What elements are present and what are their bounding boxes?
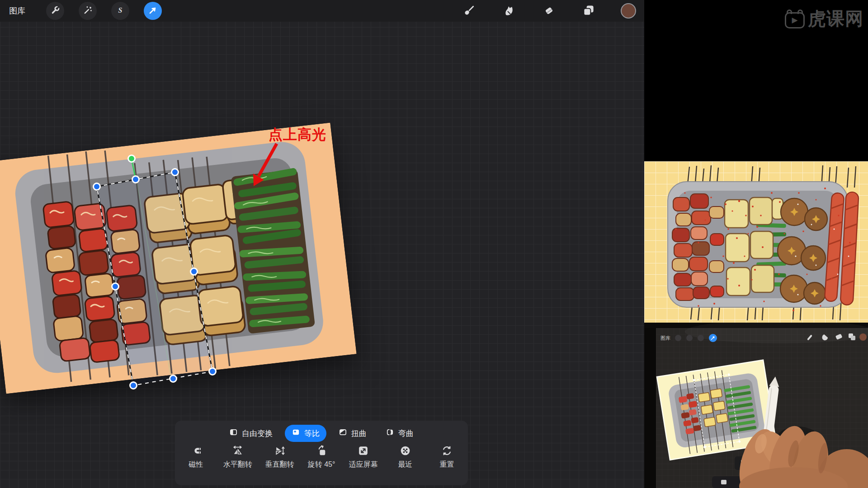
top-toolbar: 图库 xyxy=(0,0,644,22)
play-glyph: ▶ xyxy=(792,15,797,25)
current-color-swatch xyxy=(621,3,636,19)
button-label: 水平翻转 xyxy=(223,460,252,469)
svg-text:S: S xyxy=(118,6,123,14)
brush-icon xyxy=(462,4,476,19)
tab-distort[interactable]: 扭曲 xyxy=(332,425,373,442)
screen: 点上高光 图库 xyxy=(0,0,868,488)
smudge-button[interactable] xyxy=(500,2,518,19)
wrench-icon xyxy=(50,5,61,17)
selection-s-icon: S xyxy=(115,5,126,17)
layers-button[interactable] xyxy=(580,2,597,19)
gallery-button[interactable]: 图库 xyxy=(9,5,25,16)
distort-mode-icon xyxy=(339,428,347,439)
button-label: 适应屏幕 xyxy=(349,460,378,469)
reference-mushrooms xyxy=(778,198,827,304)
eraser-icon xyxy=(542,4,556,19)
flip-horizontal-button[interactable]: 水平翻转 xyxy=(217,445,259,469)
tab-uniform[interactable]: 等比 xyxy=(285,425,326,442)
transform-button-active[interactable] xyxy=(144,2,162,20)
color-button[interactable] xyxy=(620,2,637,19)
button-label: 垂直翻转 xyxy=(265,460,294,469)
magnet-icon xyxy=(190,445,202,459)
brush-button[interactable] xyxy=(461,2,478,19)
artwork-canvas[interactable] xyxy=(0,123,357,394)
tab-label: 自由变换 xyxy=(242,428,273,439)
rotate-45-icon xyxy=(316,445,328,459)
transform-action-buttons: 磁性 水平翻转 xyxy=(175,445,468,469)
reference-image xyxy=(644,161,868,323)
fit-screen-icon xyxy=(357,445,369,459)
tutorial-video-panel: ▶ 虎课网 xyxy=(644,0,868,488)
ipad-bezel xyxy=(644,323,656,488)
reset-icon xyxy=(441,445,453,459)
flip-vertical-icon xyxy=(274,445,286,459)
magnetic-button[interactable]: 磁性 xyxy=(175,445,217,469)
layers-icon xyxy=(582,4,595,19)
flip-horizontal-icon xyxy=(231,445,244,459)
toolbar-left-group: 图库 xyxy=(0,2,162,20)
flip-vertical-button[interactable]: 垂直翻转 xyxy=(259,445,301,469)
recent-icon xyxy=(399,445,411,459)
transform-arrow-icon xyxy=(147,5,158,17)
button-label: 磁性 xyxy=(189,460,203,469)
eraser-button[interactable] xyxy=(540,2,557,19)
tab-warp[interactable]: 弯曲 xyxy=(379,425,420,442)
tab-label: 弯曲 xyxy=(398,428,414,439)
handle-bottom-mid[interactable] xyxy=(170,375,177,382)
bbq-skewers-artwork xyxy=(0,123,357,394)
video-letterbox-top: ▶ 虎课网 xyxy=(644,0,868,161)
transform-options-panel: 自由变换 等比 xyxy=(175,421,468,485)
hukewang-logo-icon: ▶ xyxy=(785,12,805,28)
toolbar-right-group xyxy=(461,2,644,19)
camera-view: 图库 xyxy=(644,323,868,488)
reset-button[interactable]: 重置 xyxy=(426,445,468,469)
warp-mode-icon xyxy=(386,428,394,439)
procreate-workspace[interactable]: 点上高光 图库 xyxy=(0,0,644,488)
tab-label: 扭曲 xyxy=(351,428,367,439)
smudge-icon xyxy=(502,4,516,19)
actions-button[interactable] xyxy=(46,2,64,20)
logo-ear-right xyxy=(797,9,803,14)
recent-button[interactable]: 最近 xyxy=(384,445,426,469)
uniform-mode-icon xyxy=(292,428,300,439)
transform-mode-tabs: 自由变换 等比 xyxy=(222,425,420,442)
watermark: ▶ 虎课网 xyxy=(785,6,863,31)
magic-wand-icon xyxy=(82,5,93,17)
selection-button[interactable]: S xyxy=(111,2,129,20)
fit-screen-button[interactable]: 适应屏幕 xyxy=(342,445,384,469)
button-label: 最近 xyxy=(398,460,412,469)
logo-ear-left xyxy=(787,9,792,14)
adjustments-button[interactable] xyxy=(79,2,97,20)
handle-bottom-left[interactable] xyxy=(130,382,137,389)
rotate-45-button[interactable]: 旋转 45° xyxy=(301,445,343,469)
button-label: 重置 xyxy=(440,460,454,469)
annotation-text: 点上高光 xyxy=(269,125,326,144)
mini-gallery-label: 图库 xyxy=(660,335,670,341)
tab-label: 等比 xyxy=(304,428,320,439)
freeform-mode-icon xyxy=(229,428,238,439)
tab-freeform[interactable]: 自由变换 xyxy=(222,425,279,442)
watermark-text: 虎课网 xyxy=(808,6,863,31)
button-label: 旋转 45° xyxy=(308,460,335,469)
